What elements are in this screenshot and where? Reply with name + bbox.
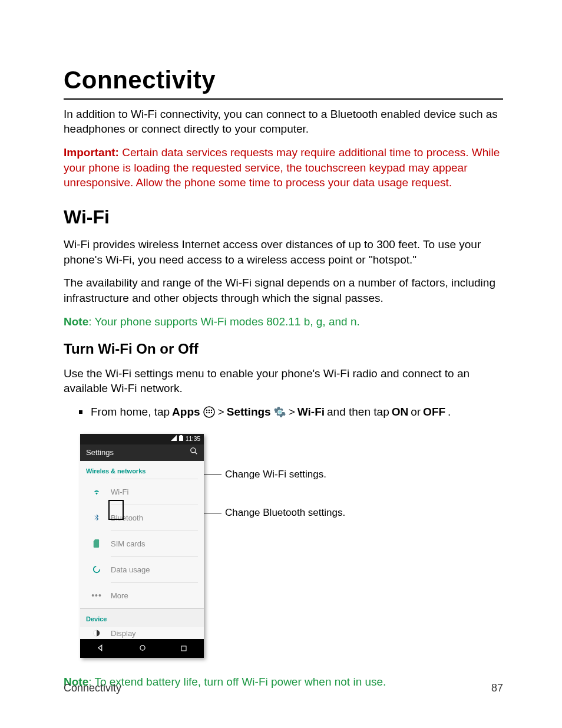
- page-title: Connectivity: [64, 64, 503, 100]
- step-prefix: From home, tap: [91, 404, 170, 420]
- svg-point-6: [210, 412, 211, 413]
- and-text: and then tap: [327, 404, 389, 420]
- section-turn-wifi: Turn Wi-Fi On or Off: [64, 340, 503, 358]
- row-wifi-label: Wi-Fi: [111, 479, 198, 505]
- apps-icon: [203, 406, 216, 419]
- footer-left: Connectivity: [64, 681, 121, 695]
- appbar-title: Settings: [86, 447, 114, 458]
- row-bluetooth[interactable]: Bluetooth: [80, 505, 204, 531]
- callouts: Change Wi-Fi settings. Change Bluetooth …: [204, 434, 345, 520]
- gt2: >: [289, 404, 295, 420]
- svg-point-7: [278, 410, 282, 414]
- settings-label: Settings: [227, 404, 271, 420]
- svg-point-4: [206, 412, 207, 413]
- row-display[interactable]: Display: [80, 627, 204, 639]
- nav-bar: [80, 639, 204, 658]
- svg-rect-15: [181, 646, 186, 651]
- signal-icon: [171, 435, 177, 443]
- phone-figure: 11:35 Settings Wireles & networks Wi-Fi: [80, 434, 503, 658]
- svg-point-10: [191, 448, 196, 453]
- wifi-note1: Note: Your phone supports Wi-Fi modes 80…: [64, 314, 503, 330]
- app-bar: Settings: [80, 444, 204, 461]
- wifi-p1: Wi-Fi provides wireless Internet access …: [64, 237, 503, 267]
- connector-line: [204, 475, 222, 475]
- row-display-label: Display: [111, 627, 198, 639]
- phone-frame: 11:35 Settings Wireles & networks Wi-Fi: [80, 434, 204, 658]
- svg-point-14: [140, 645, 145, 650]
- svg-point-5: [208, 412, 209, 413]
- display-icon: [88, 629, 105, 637]
- page-footer: Connectivity 87: [64, 681, 503, 695]
- wifi-icon: [88, 487, 105, 496]
- svg-rect-8: [179, 436, 183, 441]
- svg-point-3: [210, 410, 211, 411]
- status-bar: 11:35: [80, 434, 204, 444]
- on-label: ON: [392, 404, 409, 420]
- row-more-label: More: [111, 582, 198, 609]
- off-label: OFF: [423, 404, 445, 420]
- settings-list: Wireles & networks Wi-Fi Bluetooth: [80, 461, 204, 640]
- row-data-usage[interactable]: Data usage: [80, 556, 204, 582]
- search-icon[interactable]: [190, 447, 198, 458]
- period: .: [448, 404, 451, 420]
- data-usage-icon: [88, 565, 105, 574]
- nav-back-icon[interactable]: [97, 641, 105, 656]
- svg-rect-9: [180, 435, 182, 436]
- more-icon: •••: [88, 590, 105, 601]
- or-text: or: [411, 404, 421, 420]
- turn-p1: Use the Wi-Fi settings menu to enable yo…: [64, 366, 503, 396]
- gt1: >: [218, 404, 224, 420]
- nav-home-icon[interactable]: [138, 641, 147, 656]
- row-sim[interactable]: SIM cards: [80, 531, 204, 556]
- svg-point-1: [206, 410, 207, 411]
- sim-icon: [88, 539, 105, 548]
- nav-recent-icon[interactable]: [180, 641, 187, 656]
- important-text: Certain data services requests may requi…: [64, 146, 500, 189]
- row-wifi[interactable]: Wi-Fi: [80, 479, 204, 505]
- important-note: Important: Certain data services request…: [64, 145, 503, 190]
- section-wifi: Wi-Fi: [64, 205, 503, 230]
- row-more[interactable]: ••• More: [80, 582, 204, 608]
- svg-line-11: [195, 452, 197, 454]
- svg-point-2: [208, 410, 209, 411]
- callout-wifi: Change Wi-Fi settings.: [225, 468, 326, 482]
- section-wireless-networks: Wireles & networks: [80, 461, 204, 479]
- bluetooth-icon: [88, 513, 105, 522]
- svg-point-12: [94, 566, 100, 573]
- connector-line: [204, 513, 222, 513]
- callout-bluetooth: Change Bluetooth settings.: [225, 506, 345, 520]
- wifi-p2: The availability and range of the Wi-Fi …: [64, 275, 503, 305]
- note-text: : Your phone supports Wi-Fi modes 802.11…: [88, 315, 360, 328]
- intro-paragraph: In addition to Wi-Fi connectivity, you c…: [64, 107, 503, 137]
- wifi-label: Wi-Fi: [297, 404, 325, 420]
- bullet-icon: [79, 410, 82, 414]
- apps-label: Apps: [172, 404, 200, 420]
- status-time: 11:35: [186, 435, 200, 443]
- gear-icon: [273, 406, 286, 419]
- footer-page-number: 87: [491, 681, 503, 695]
- battery-icon: [179, 435, 183, 443]
- row-bluetooth-label: Bluetooth: [111, 505, 198, 531]
- step-line: From home, tap Apps > Settings > Wi-Fi a…: [79, 404, 503, 420]
- important-label: Important:: [64, 146, 119, 159]
- row-sim-label: SIM cards: [111, 531, 198, 557]
- note-label: Note: [64, 315, 88, 328]
- section-device: Device: [80, 608, 204, 627]
- row-data-label: Data usage: [111, 556, 198, 583]
